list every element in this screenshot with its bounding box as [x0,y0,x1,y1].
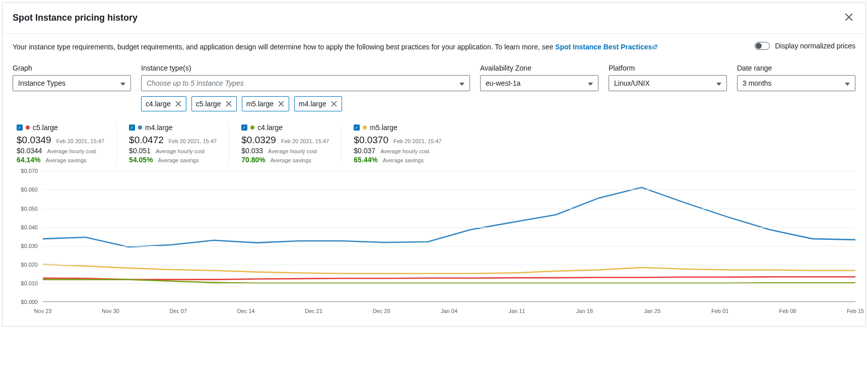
x-tick-label: Dec 14 [237,308,255,314]
chevron-down-icon [845,79,850,87]
tag-remove-button[interactable] [225,100,232,107]
gridline [43,246,855,246]
current-price: $0.0370 [354,135,388,146]
close-icon [175,100,182,107]
intro-row: Your instance type requirements, budget … [13,42,855,52]
x-tick-label: Feb 01 [711,308,728,314]
close-icon [330,100,338,107]
chevron-down-icon [459,79,464,87]
x-axis: Nov 23Nov 30Dec 07Dec 14Dec 21Dec 28Jan … [43,306,855,316]
series-checkbox[interactable] [129,124,135,131]
avg-savings: 65.44% [354,156,377,164]
tag-label: m4.large [299,100,326,108]
avg-hourly-cost: $0.0344 [17,147,42,155]
series-color-dot [138,125,142,130]
x-tick-label: Jan 18 [576,308,593,314]
tag-label: m5.large [246,100,274,108]
date-range-select[interactable]: 3 months [737,75,855,91]
tag-remove-button[interactable] [175,100,182,107]
avg-savings: 70.80% [241,156,265,164]
avg-savings: 64.14% [17,156,40,164]
y-tick-label: $0.030 [14,243,38,249]
price-timestamp: Feb 20 2021, 15:47 [393,138,441,144]
gridline [43,227,855,228]
x-tick-label: Nov 23 [34,308,52,314]
x-tick-label: Jan 11 [508,308,525,314]
x-tick-label: Nov 30 [102,308,119,314]
avg-savings-label: Average savings [271,157,311,163]
x-tick-label: Feb 15 [847,308,864,314]
current-price: $0.0329 [241,135,276,146]
series-name: m4.large [145,123,172,132]
x-tick-label: Jan 25 [644,308,660,314]
series-checkbox[interactable] [17,124,23,131]
series-name: c4.large [257,123,283,132]
gridline [43,190,855,190]
external-icon [652,44,658,50]
series-color-dot [250,125,254,130]
avg-hourly-cost-label: Average hourly cost [47,148,96,154]
normalize-toggle-wrap: Display normalized prices [755,42,855,50]
platform-field: Platform Linux/UNIX [609,64,727,91]
normalize-toggle[interactable] [755,42,770,50]
legend-cards-row: c5.large $0.0349 Feb 20 2021, 15:47 $0.0… [13,123,855,165]
x-tick-label: Jan 04 [441,308,457,314]
date-range-field: Date range 3 months [737,64,855,91]
y-tick-label: $0.010 [14,280,38,286]
az-select[interactable]: eu-west-1a [480,75,598,91]
y-tick-label: $0.020 [14,262,38,268]
chevron-down-icon [588,79,593,87]
gridline [43,171,855,171]
gridline [43,283,855,284]
close-button[interactable] [842,11,855,25]
instance-type-tag: c5.large [191,96,237,111]
instance-type-tag: m5.large [242,96,289,111]
price-timestamp: Feb 20 2021, 15:47 [56,138,104,144]
x-tick-label: Dec 21 [305,308,322,314]
close-icon [844,13,853,22]
tag-remove-button[interactable] [330,100,338,107]
avg-hourly-cost-label: Average hourly cost [156,148,205,154]
price-chart: $0.000$0.010$0.020$0.030$0.040$0.050$0.0… [43,171,855,302]
avg-savings-label: Average savings [158,157,199,163]
tag-label: c4.large [146,100,171,108]
graph-select[interactable]: Instance Types [13,75,131,91]
gridline [43,302,855,302]
tag-remove-button[interactable] [278,100,285,107]
date-range-label: Date range [737,64,855,72]
y-tick-label: $0.070 [14,168,38,174]
y-tick-label: $0.050 [14,206,38,212]
legend-card: c4.large $0.0329 Feb 20 2021, 15:47 $0.0… [229,123,342,165]
instance-type-tag: m4.large [294,96,342,111]
current-price: $0.0349 [17,135,51,146]
y-tick-label: $0.040 [14,224,38,230]
avg-savings-label: Average savings [383,157,424,163]
best-practices-link[interactable]: Spot Instance Best Practices [555,43,658,51]
instance-types-select[interactable]: Choose up to 5 Instance Types [141,75,470,91]
current-price: $0.0472 [129,135,164,146]
platform-label: Platform [609,64,727,72]
x-tick-label: Feb 08 [779,308,796,314]
tags-row: c4.large c5.large m5.large m4.large [141,96,855,111]
chart-plot [43,171,855,329]
normalize-toggle-label: Display normalized prices [775,42,855,50]
panel-header: Spot Instance pricing history [3,3,865,34]
close-icon [278,100,285,107]
series-line [43,277,855,280]
series-checkbox[interactable] [354,124,360,131]
az-label: Availability Zone [480,64,598,72]
panel-body: Your instance type requirements, budget … [3,34,865,326]
avg-hourly-cost: $0.033 [241,147,263,155]
series-color-dot [26,125,30,130]
legend-card: m5.large $0.0370 Feb 20 2021, 15:47 $0.0… [342,123,453,165]
series-name: m5.large [370,123,397,132]
chevron-down-icon [120,79,125,87]
platform-select[interactable]: Linux/UNIX [609,75,727,91]
graph-label: Graph [13,64,131,72]
intro-text: Your instance type requirements, budget … [13,42,735,52]
price-timestamp: Feb 20 2021, 15:47 [169,138,217,144]
series-checkbox[interactable] [241,124,247,131]
az-field: Availability Zone eu-west-1a [480,64,598,91]
page-title: Spot Instance pricing history [13,13,138,23]
y-tick-label: $0.060 [14,186,38,193]
